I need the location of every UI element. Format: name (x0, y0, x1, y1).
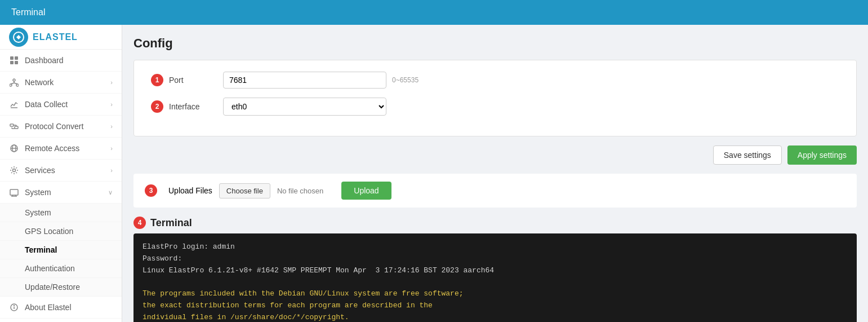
system-submenu: System GPS Location Terminal Authenticat… (0, 204, 122, 297)
svg-line-9 (11, 83, 14, 84)
about-icon (9, 302, 19, 312)
sidebar: ELASTEL Dashboard Network › (0, 25, 122, 322)
interface-row: 2 Interface eth0 eth1 wlan0 (151, 98, 839, 116)
chevron-down-icon: ∨ (108, 189, 113, 196)
logo-icon (9, 28, 28, 47)
terminal-line-4: The programs included with the Debian GN… (143, 288, 848, 300)
sidebar-label-remote: Remote Access (25, 144, 79, 153)
topbar-title: Terminal (11, 7, 45, 17)
interface-select[interactable]: eth0 eth1 wlan0 (223, 98, 386, 116)
apply-settings-button[interactable]: Apply settings (787, 145, 857, 165)
remote-icon (9, 143, 19, 153)
step-badge-port: 1 (151, 74, 163, 86)
sidebar-label-services: Services (25, 166, 55, 175)
step-badge-interface: 2 (151, 100, 163, 113)
sidebar-subitem-update[interactable]: Update/Restore (0, 278, 122, 297)
terminal-line-6: individual files in /usr/share/doc/*/cop… (143, 312, 848, 322)
svg-rect-4 (15, 61, 18, 64)
logo: ELASTEL (0, 25, 122, 50)
page-title: Config (133, 36, 857, 51)
chevron-right-icon: › (110, 79, 113, 86)
main-content: Config 1 Port 0~65535 2 Interface eth0 e… (122, 25, 868, 322)
port-row: 1 Port 0~65535 (151, 72, 839, 89)
svg-rect-2 (15, 56, 18, 60)
protocol-icon (9, 121, 19, 131)
topbar: Terminal (0, 0, 868, 25)
sidebar-label-network: Network (25, 78, 54, 87)
svg-point-28 (14, 306, 15, 306)
services-icon (9, 165, 19, 175)
svg-point-7 (16, 84, 19, 86)
sidebar-subitem-terminal[interactable]: Terminal (0, 241, 122, 259)
sidebar-subitem-gps[interactable]: GPS Location (0, 222, 122, 241)
sidebar-label-about: About Elastel (25, 303, 72, 312)
sidebar-item-dashboard[interactable]: Dashboard (0, 50, 122, 72)
system-icon (9, 187, 19, 197)
network-icon (9, 77, 19, 87)
sidebar-subitem-system[interactable]: System (0, 204, 122, 222)
terminal-body[interactable]: ElastPro login: admin Password: Linux El… (133, 233, 857, 322)
svg-rect-1 (10, 56, 14, 60)
sidebar-label-system: System (25, 188, 51, 197)
subitem-auth-label: Authentication (25, 264, 75, 273)
svg-rect-13 (15, 126, 18, 129)
step-badge-upload: 3 (145, 184, 157, 197)
svg-rect-3 (10, 61, 14, 64)
port-hint: 0~65535 (392, 76, 419, 84)
subitem-gps-label: GPS Location (25, 227, 73, 236)
subitem-update-label: Update/Restore (25, 283, 80, 292)
upload-button[interactable]: Upload (341, 182, 391, 200)
upload-label: Upload Files (168, 186, 212, 195)
svg-line-10 (14, 83, 17, 84)
subitem-terminal-label: Terminal (25, 245, 57, 254)
svg-point-21 (13, 169, 16, 172)
svg-rect-22 (10, 189, 18, 195)
sidebar-subitem-auth[interactable]: Authentication (0, 259, 122, 278)
upload-row: 3 Upload Files Choose file No file chose… (133, 174, 857, 208)
port-input[interactable] (223, 72, 386, 89)
subitem-system-label: System (25, 208, 51, 217)
sidebar-label-dashboard: Dashboard (25, 56, 64, 65)
dashboard-icon (9, 55, 19, 65)
terminal-line-5: the exact distribution terms for each pr… (143, 300, 848, 312)
sidebar-item-protocol-convert[interactable]: Protocol Convert › (0, 116, 122, 138)
sidebar-item-remote-access[interactable]: Remote Access › (0, 138, 122, 160)
chevron-right-icon2: › (110, 101, 113, 108)
sidebar-item-about[interactable]: About Elastel (0, 297, 122, 319)
terminal-line-empty1 (143, 276, 848, 288)
choose-file-button[interactable]: Choose file (219, 183, 270, 199)
chevron-right-icon3: › (110, 123, 113, 130)
terminal-title: Terminal (150, 217, 192, 229)
sidebar-item-data-collect[interactable]: Data Collect › (0, 94, 122, 116)
chevron-right-icon4: › (110, 145, 113, 152)
interface-label: Interface (169, 102, 214, 111)
save-settings-button[interactable]: Save settings (713, 145, 782, 165)
svg-point-6 (10, 84, 12, 86)
sidebar-item-services[interactable]: Services › (0, 160, 122, 182)
terminal-line-1: ElastPro login: admin (143, 241, 848, 253)
step-badge-terminal: 4 (133, 217, 146, 229)
sidebar-label-protocol: Protocol Convert (25, 122, 83, 131)
terminal-line-3: Linux ElastPro 6.1.21-v8+ #1642 SMP PREE… (143, 265, 848, 277)
port-label: Port (169, 76, 214, 85)
data-collect-icon (9, 99, 19, 109)
sidebar-item-system[interactable]: System ∨ (0, 182, 122, 204)
chevron-right-icon5: › (110, 167, 113, 174)
terminal-line-2: Password: (143, 253, 848, 265)
settings-buttons: Save settings Apply settings (133, 145, 857, 165)
logo-text: ELASTEL (33, 32, 78, 42)
svg-point-5 (13, 79, 15, 81)
sidebar-label-data-collect: Data Collect (25, 100, 68, 109)
config-card: 1 Port 0~65535 2 Interface eth0 eth1 wla… (133, 60, 857, 136)
terminal-header: 4 Terminal (133, 217, 857, 229)
sidebar-item-network[interactable]: Network › (0, 72, 122, 94)
no-file-text: No file chosen (277, 187, 323, 195)
svg-rect-12 (10, 124, 14, 126)
